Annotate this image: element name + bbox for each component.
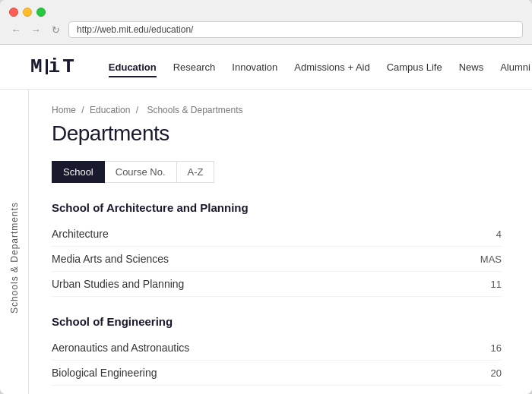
mit-logo: MiT [30, 55, 77, 78]
tab-course-no[interactable]: Course No. [105, 161, 177, 183]
table-row: Biological Engineering 20 [52, 361, 502, 386]
nav-item-education[interactable]: Education [101, 58, 164, 76]
dept-name-bio[interactable]: Biological Engineering [52, 367, 157, 379]
dept-code-bio: 20 [471, 367, 502, 379]
school-section-architecture: School of Architecture and Planning Arch… [52, 201, 502, 297]
browser-window: ← → ↻ MiT Education Research Innovation … [0, 0, 532, 394]
school-name-engineering: School of Engineering [52, 315, 502, 328]
tabs-row: School Course No. A-Z [52, 161, 502, 183]
nav-item-research[interactable]: Research [166, 58, 223, 76]
sidebar-label: Schools & Departments [9, 202, 20, 314]
schools-list: School of Architecture and Planning Arch… [52, 201, 502, 386]
nav-item-campus-life[interactable]: Campus Life [379, 58, 450, 76]
nav-item-admissions[interactable]: Admissions + Aid [287, 58, 377, 76]
tab-az[interactable]: A-Z [177, 161, 215, 183]
address-bar[interactable] [68, 21, 523, 38]
dept-code-urban: 11 [471, 279, 502, 290]
breadcrumb-sep-1: / [81, 105, 87, 115]
table-row: Media Arts and Sciences MAS [52, 247, 502, 272]
sidebar: Schools & Departments [0, 90, 29, 394]
traffic-light-yellow[interactable] [23, 8, 32, 17]
dept-code-mas: MAS [471, 254, 502, 265]
site-header: MiT Education Research Innovation Admiss… [0, 45, 532, 90]
dept-name-urban[interactable]: Urban Studies and Planning [52, 278, 184, 290]
breadcrumb-sep-2: / [136, 105, 141, 115]
site-nav: Education Research Innovation Admissions… [101, 58, 532, 76]
breadcrumb-home[interactable]: Home [52, 105, 76, 115]
main-content: Home / Education / Schools & Departments… [29, 90, 532, 394]
school-section-engineering: School of Engineering Aeronautics and As… [52, 315, 502, 386]
breadcrumb-current: Schools & Departments [147, 105, 242, 115]
breadcrumb: Home / Education / Schools & Departments [52, 105, 502, 115]
nav-item-alumni[interactable]: Alumni [492, 58, 532, 76]
dept-code-architecture: 4 [471, 229, 502, 240]
school-name-architecture: School of Architecture and Planning [52, 201, 502, 214]
logo-text: MiT [30, 55, 77, 78]
table-row: Urban Studies and Planning 11 [52, 272, 502, 297]
nav-item-innovation[interactable]: Innovation [224, 58, 285, 76]
breadcrumb-education[interactable]: Education [90, 105, 130, 115]
refresh-button[interactable]: ↻ [49, 23, 62, 36]
page-content: MiT Education Research Innovation Admiss… [0, 45, 532, 394]
browser-nav: ← → ↻ [0, 21, 532, 44]
dept-name-aero[interactable]: Aeronautics and Astronautics [52, 342, 189, 354]
dept-name-mas[interactable]: Media Arts and Sciences [52, 253, 169, 265]
table-row: Architecture 4 [52, 222, 502, 247]
traffic-light-green[interactable] [36, 8, 46, 17]
table-row: Aeronautics and Astronautics 16 [52, 336, 502, 361]
dept-code-aero: 16 [471, 342, 502, 354]
forward-button[interactable]: → [29, 23, 43, 36]
traffic-light-red[interactable] [9, 8, 18, 17]
browser-titlebar [0, 0, 532, 21]
tab-school[interactable]: School [52, 161, 105, 183]
nav-item-news[interactable]: News [451, 58, 492, 76]
dept-name-architecture[interactable]: Architecture [52, 228, 109, 240]
page-body: Schools & Departments Home / Education /… [0, 90, 532, 394]
browser-chrome: ← → ↻ [0, 0, 532, 45]
back-button[interactable]: ← [9, 23, 23, 36]
page-title: Departments [52, 121, 502, 146]
